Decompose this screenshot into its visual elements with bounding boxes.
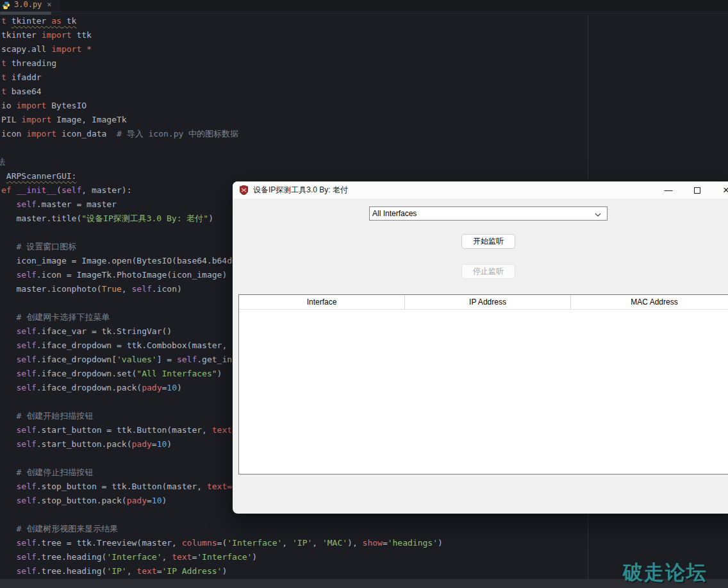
shield-app-icon: [240, 185, 248, 195]
close-button[interactable]: ✕: [715, 181, 728, 199]
code-line: t base64: [1, 85, 443, 99]
interface-combobox-value: All Interfaces: [372, 209, 595, 218]
minimize-button[interactable]: —: [658, 181, 679, 199]
column-header-mac-address[interactable]: MAC Address: [571, 295, 728, 309]
code-line: io import BytesIO: [1, 99, 443, 113]
code-line: [1, 141, 443, 155]
editor-bottom-bar: [0, 579, 728, 588]
python-file-icon: [2, 0, 10, 8]
editor-tab-bar: 3.0.py ×: [0, 0, 728, 11]
results-treeview[interactable]: Interface IP Address MAC Address: [238, 294, 728, 475]
code-line: self.tree = ttk.Treeview(master, columns…: [1, 536, 443, 550]
code-line: PIL import Image, ImageTk: [1, 113, 443, 127]
watermark-text: 破走论坛: [623, 559, 707, 586]
interface-combobox[interactable]: All Interfaces: [369, 206, 608, 221]
code-line: t tkinter as tk: [1, 14, 443, 28]
tab-close-icon[interactable]: ×: [47, 0, 51, 9]
code-line: tkinter import ttk: [1, 28, 443, 42]
code-line: t threading: [1, 56, 443, 71]
maximize-icon: [694, 187, 700, 194]
tab-filename: 3.0.py: [14, 0, 42, 9]
tab-3.0.py[interactable]: 3.0.py ×: [0, 0, 60, 11]
code-line: icon import icon_data # 导入 icon.py 中的图标数…: [1, 127, 443, 141]
window-title: 设备IP探测工具3.0 By: 老付: [253, 185, 348, 196]
treeview-header-row: Interface IP Address MAC Address: [239, 295, 728, 310]
code-line: self.tree.heading('Interface', text='Int…: [1, 550, 443, 564]
code-line: 法: [1, 155, 443, 169]
column-header-ip-address[interactable]: IP Address: [405, 295, 571, 309]
maximize-button[interactable]: [686, 181, 708, 199]
code-line: # 创建树形视图来显示结果: [1, 522, 443, 536]
code-line: t ifaddr: [1, 71, 443, 85]
column-header-interface[interactable]: Interface: [239, 295, 405, 309]
code-line: scapy.all import *: [1, 42, 443, 56]
app-window: 设备IP探测工具3.0 By: 老付 — ✕ All Interfaces 开始…: [233, 181, 728, 514]
code-line: self.tree.heading('IP', text='IP Address…: [1, 564, 443, 578]
start-listen-button[interactable]: 开始监听: [461, 234, 515, 249]
chevron-down-icon: [595, 208, 601, 219]
stop-listen-button[interactable]: 停止监听: [461, 264, 515, 279]
window-title-bar[interactable]: 设备IP探测工具3.0 By: 老付 — ✕: [233, 181, 728, 199]
